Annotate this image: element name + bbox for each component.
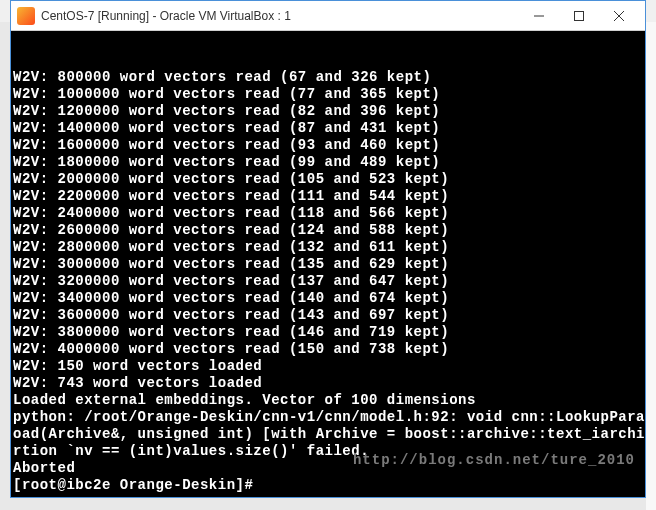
- terminal-line: W2V: 3200000 word vectors read (137 and …: [13, 273, 643, 290]
- app-icon: [17, 7, 35, 25]
- terminal-line: oad(Archive&, unsigned int) [with Archiv…: [13, 426, 643, 443]
- window-title: CentOS-7 [Running] - Oracle VM VirtualBo…: [41, 9, 519, 23]
- terminal-line: W2V: 743 word vectors loaded: [13, 375, 643, 392]
- window-titlebar[interactable]: CentOS-7 [Running] - Oracle VM VirtualBo…: [11, 1, 645, 31]
- terminal-line: python: /root/Orange-Deskin/cnn-v1/cnn/m…: [13, 409, 643, 426]
- terminal-line: W2V: 1400000 word vectors read (87 and 4…: [13, 120, 643, 137]
- watermark-text: http://blog.csdn.net/ture_2010: [353, 452, 635, 469]
- terminal-line: W2V: 3800000 word vectors read (146 and …: [13, 324, 643, 341]
- right-background: [646, 22, 656, 510]
- terminal-line: W2V: 800000 word vectors read (67 and 32…: [13, 69, 643, 86]
- terminal-line: Loaded external embeddings. Vector of 10…: [13, 392, 643, 409]
- maximize-icon: [574, 11, 584, 21]
- minimize-icon: [534, 11, 544, 21]
- left-background: [0, 22, 10, 510]
- terminal-line: W2V: 3000000 word vectors read (135 and …: [13, 256, 643, 273]
- bottom-strip: [10, 498, 646, 510]
- virtualbox-window: CentOS-7 [Running] - Oracle VM VirtualBo…: [10, 0, 646, 498]
- terminal-line: W2V: 2800000 word vectors read (132 and …: [13, 239, 643, 256]
- terminal-line: W2V: 4000000 word vectors read (150 and …: [13, 341, 643, 358]
- terminal-line: W2V: 1600000 word vectors read (93 and 4…: [13, 137, 643, 154]
- terminal-line: W2V: 3600000 word vectors read (143 and …: [13, 307, 643, 324]
- maximize-button[interactable]: [559, 2, 599, 30]
- terminal-line: W2V: 2200000 word vectors read (111 and …: [13, 188, 643, 205]
- close-button[interactable]: [599, 2, 639, 30]
- terminal-line: [root@ibc2e Orange-Deskin]#: [13, 477, 643, 494]
- terminal-line: W2V: 1200000 word vectors read (82 and 3…: [13, 103, 643, 120]
- terminal-output[interactable]: W2V: 800000 word vectors read (67 and 32…: [11, 31, 645, 497]
- terminal-line: W2V: 1800000 word vectors read (99 and 4…: [13, 154, 643, 171]
- terminal-line: W2V: 2400000 word vectors read (118 and …: [13, 205, 643, 222]
- close-icon: [614, 11, 624, 21]
- terminal-line: W2V: 2000000 word vectors read (105 and …: [13, 171, 643, 188]
- terminal-line: W2V: 150 word vectors loaded: [13, 358, 643, 375]
- terminal-line: W2V: 2600000 word vectors read (124 and …: [13, 222, 643, 239]
- svg-rect-1: [575, 11, 584, 20]
- terminal-line: W2V: 1000000 word vectors read (77 and 3…: [13, 86, 643, 103]
- terminal-line: W2V: 3400000 word vectors read (140 and …: [13, 290, 643, 307]
- minimize-button[interactable]: [519, 2, 559, 30]
